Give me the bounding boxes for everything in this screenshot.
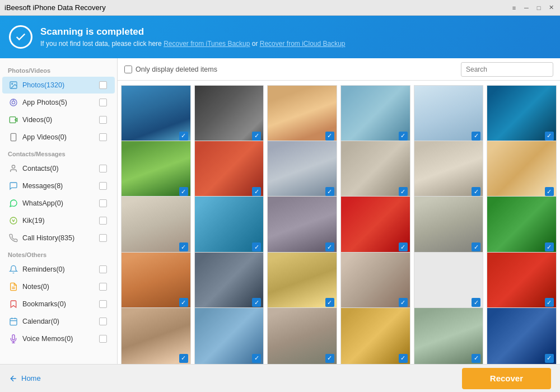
search-input[interactable] — [461, 62, 553, 77]
photo-thumb[interactable] — [194, 85, 264, 143]
photo-checkbox[interactable] — [399, 187, 408, 196]
sidebar-item-app-photos[interactable]: App Photos(5) — [2, 94, 115, 111]
sidebar-item-kik[interactable]: Kik(19) — [2, 212, 115, 229]
itunes-backup-link[interactable]: Recover from iTunes Backup — [164, 40, 250, 48]
photo-thumb[interactable] — [414, 141, 484, 199]
sidebar-check-videos[interactable] — [99, 116, 107, 124]
home-button[interactable]: Home — [9, 374, 41, 383]
icloud-backup-link[interactable]: Recover from iCloud Backup — [260, 40, 346, 48]
sidebar-check-call-history[interactable] — [99, 234, 107, 242]
sidebar-check-messages[interactable] — [99, 182, 107, 190]
sidebar-item-call-history[interactable]: Call History(835) — [2, 230, 115, 246]
photo-checkbox[interactable] — [472, 242, 480, 251]
photo-thumb[interactable] — [487, 85, 557, 143]
sidebar-check-contacts[interactable] — [99, 165, 107, 172]
photo-checkbox[interactable] — [545, 354, 554, 363]
photo-checkbox[interactable] — [252, 354, 261, 363]
photo-thumb[interactable] — [487, 307, 557, 364]
photo-thumb[interactable] — [340, 252, 410, 310]
close-button[interactable]: ✕ — [547, 3, 556, 12]
photo-checkbox[interactable] — [545, 298, 554, 307]
photo-thumb[interactable] — [267, 307, 337, 364]
photo-checkbox[interactable] — [325, 298, 334, 307]
sidebar-item-messages[interactable]: Messages(8) — [2, 178, 115, 194]
photo-checkbox[interactable] — [179, 298, 188, 307]
photo-checkbox[interactable] — [399, 298, 408, 307]
photo-thumb[interactable] — [267, 141, 337, 199]
main-area: Photos/Videos Photos(1320) App Photos(5) — [0, 58, 560, 364]
sidebar-item-whatsapp[interactable]: WhatsApp(0) — [2, 195, 115, 212]
photo-checkbox[interactable] — [472, 354, 480, 363]
photo-thumb[interactable] — [121, 85, 191, 143]
photo-thumb[interactable] — [340, 307, 410, 364]
sidebar-item-bookmarks[interactable]: Bookmarks(0) — [2, 296, 115, 312]
sidebar-item-videos[interactable]: Videos(0) — [2, 111, 115, 128]
photo-thumb[interactable] — [194, 307, 264, 364]
sidebar-check-bookmarks[interactable] — [99, 300, 107, 308]
photo-thumb[interactable] — [487, 252, 557, 310]
photo-checkbox[interactable] — [325, 187, 334, 196]
photo-checkbox[interactable] — [545, 132, 554, 141]
photo-thumb[interactable] — [414, 252, 484, 310]
photo-checkbox[interactable] — [179, 132, 188, 141]
sidebar-item-calendar[interactable]: Calendar(0) — [2, 313, 115, 330]
photo-checkbox[interactable] — [179, 187, 188, 196]
photo-thumb[interactable] — [340, 196, 410, 254]
sidebar-check-whatsapp[interactable] — [99, 199, 107, 207]
photo-checkbox[interactable] — [472, 132, 480, 141]
photo-thumb[interactable] — [487, 141, 557, 199]
sidebar-check-calendar[interactable] — [99, 318, 107, 325]
menu-button[interactable]: ≡ — [510, 3, 519, 12]
photo-checkbox[interactable] — [472, 298, 480, 307]
minimize-button[interactable]: ─ — [522, 3, 531, 12]
sidebar-check-photos[interactable] — [99, 81, 107, 89]
photo-checkbox[interactable] — [472, 187, 480, 196]
sidebar-item-contacts[interactable]: Contacts(0) — [2, 160, 115, 177]
photo-thumb[interactable] — [194, 141, 264, 199]
photo-thumb[interactable] — [487, 196, 557, 254]
photo-thumb[interactable] — [340, 85, 410, 143]
sidebar-check-app-videos[interactable] — [99, 133, 107, 141]
photo-checkbox[interactable] — [399, 354, 408, 363]
photo-checkbox[interactable] — [545, 187, 554, 196]
photo-thumb[interactable] — [414, 196, 484, 254]
photo-checkbox[interactable] — [325, 354, 334, 363]
photo-thumb[interactable] — [340, 141, 410, 199]
sidebar-check-voice-memos[interactable] — [99, 335, 107, 343]
sidebar-item-voice-memos[interactable]: Voice Memos(0) — [2, 330, 115, 347]
recover-button[interactable]: Recover — [462, 368, 551, 389]
photo-thumb[interactable] — [194, 252, 264, 310]
photo-checkbox[interactable] — [252, 298, 261, 307]
sidebar-check-app-photos[interactable] — [99, 99, 107, 106]
photo-thumb[interactable] — [267, 85, 337, 143]
photo-thumb[interactable] — [121, 196, 191, 254]
photo-checkbox[interactable] — [179, 242, 188, 251]
photo-thumb[interactable] — [121, 141, 191, 199]
sidebar-check-kik[interactable] — [99, 217, 107, 225]
photo-checkbox[interactable] — [325, 132, 334, 141]
sidebar-item-app-videos[interactable]: App Videos(0) — [2, 129, 115, 146]
photo-thumb[interactable] — [267, 196, 337, 254]
photo-checkbox[interactable] — [252, 132, 261, 141]
photo-thumb[interactable] — [267, 252, 337, 310]
only-deleted-filter[interactable]: Only display deleted items — [124, 66, 217, 73]
photo-thumb[interactable] — [414, 307, 484, 364]
photo-thumb[interactable] — [194, 196, 264, 254]
sidebar-item-notes[interactable]: Notes(0) — [2, 278, 115, 295]
sidebar-check-reminders[interactable] — [99, 265, 107, 273]
only-deleted-checkbox[interactable] — [124, 66, 132, 73]
photo-checkbox[interactable] — [545, 242, 554, 251]
photo-checkbox[interactable] — [325, 242, 334, 251]
photo-thumb[interactable] — [414, 85, 484, 143]
sidebar-check-notes[interactable] — [99, 283, 107, 291]
photo-checkbox[interactable] — [399, 132, 408, 141]
maximize-button[interactable]: □ — [534, 3, 543, 12]
photo-checkbox[interactable] — [252, 242, 261, 251]
photo-checkbox[interactable] — [252, 187, 261, 196]
photo-thumb[interactable] — [121, 307, 191, 364]
photo-thumb[interactable] — [121, 252, 191, 310]
photo-checkbox[interactable] — [399, 242, 408, 251]
photo-checkbox[interactable] — [179, 354, 188, 363]
sidebar-item-reminders[interactable]: Reminders(0) — [2, 261, 115, 278]
sidebar-item-photos[interactable]: Photos(1320) — [2, 77, 115, 94]
